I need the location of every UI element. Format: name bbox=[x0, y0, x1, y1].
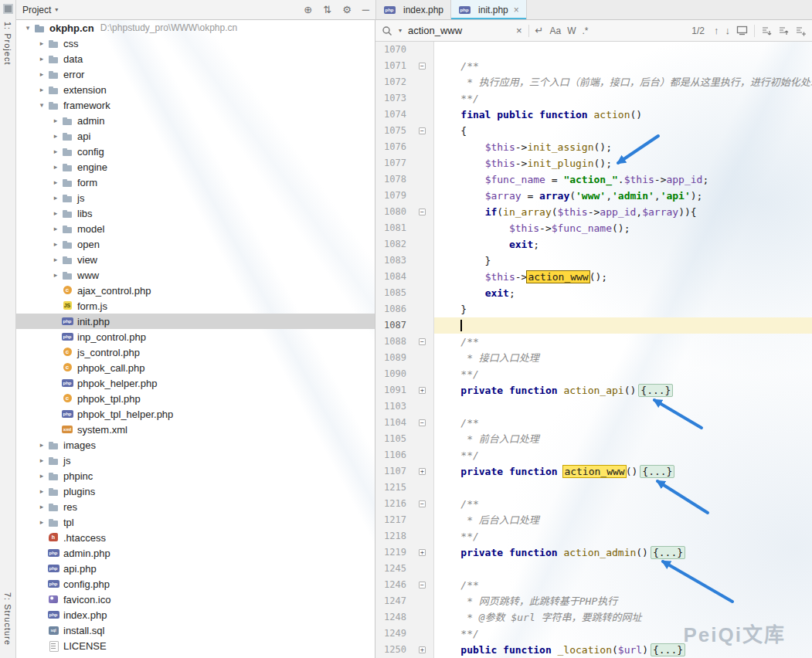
line-number[interactable]: 1090 bbox=[375, 366, 411, 382]
line-number[interactable]: 1217 bbox=[375, 512, 411, 528]
code-line-1078[interactable]: 1078 $func_name = "action_".$this->app_i… bbox=[375, 171, 812, 188]
chevron-right-icon[interactable]: ▸ bbox=[36, 518, 47, 526]
next-occurrence-icon[interactable]: ↓ bbox=[725, 25, 731, 36]
fold-open-icon[interactable]: − bbox=[411, 123, 434, 139]
code-text[interactable]: $this->init_plugin(); bbox=[434, 155, 812, 171]
fold-closed-icon[interactable]: + bbox=[411, 642, 434, 658]
tree-item-tpl[interactable]: ▸tpl bbox=[16, 514, 375, 530]
code-text[interactable]: /** bbox=[434, 58, 812, 74]
newline-icon[interactable]: ↵ bbox=[535, 25, 544, 36]
code-text[interactable] bbox=[434, 561, 812, 577]
code-line-1071[interactable]: 1071− /** bbox=[375, 58, 812, 74]
code-text[interactable] bbox=[434, 42, 812, 58]
chevron-right-icon[interactable]: ▸ bbox=[50, 271, 61, 279]
code-line-1085[interactable]: 1085 exit; bbox=[375, 285, 812, 301]
tree-item-images[interactable]: ▸images bbox=[16, 437, 375, 453]
code-line-1250[interactable]: 1250+ public function _location($url){..… bbox=[375, 642, 812, 658]
line-number[interactable]: 1072 bbox=[375, 74, 411, 90]
line-number[interactable]: 1082 bbox=[375, 236, 411, 253]
tree-item-admin[interactable]: ▸admin bbox=[16, 113, 375, 128]
search-history-chevron-icon[interactable]: ▾ bbox=[399, 27, 402, 34]
line-number[interactable]: 1088 bbox=[375, 334, 411, 350]
code-line-1084[interactable]: 1084 $this->action_www(); bbox=[375, 269, 812, 285]
chevron-right-icon[interactable]: ▸ bbox=[50, 163, 61, 171]
tree-item-phpok-helper.php[interactable]: phpphpok_helper.php bbox=[16, 375, 375, 391]
code-line-1217[interactable]: 1217 * 后台入口处理 bbox=[375, 512, 812, 528]
code-line-1079[interactable]: 1079 $array = array('www','admin','api')… bbox=[375, 188, 812, 204]
fold-open-icon[interactable]: − bbox=[411, 334, 434, 350]
line-number[interactable]: 1106 bbox=[375, 447, 411, 463]
code-text[interactable]: * 网页跳转，此跳转基于PHP执行 bbox=[434, 593, 812, 609]
code-line-1218[interactable]: 1218 **/ bbox=[375, 528, 812, 544]
tree-item-okphp.cn[interactable]: ▾okphp.cnD:\phpstudy_pro\WWW\okphp.cn bbox=[16, 20, 375, 36]
code-text[interactable]: $this->$func_name(); bbox=[434, 220, 812, 236]
tree-item-www[interactable]: ▸www bbox=[16, 267, 375, 283]
tree-item-index.php[interactable]: phpindex.php bbox=[16, 607, 375, 622]
chevron-right-icon[interactable]: ▸ bbox=[36, 55, 47, 63]
tree-item-js[interactable]: ▸js bbox=[16, 190, 375, 205]
tree-item-error[interactable]: ▸error bbox=[16, 66, 375, 82]
tree-item-open[interactable]: ▸open bbox=[16, 236, 375, 252]
line-number[interactable]: 1245 bbox=[375, 561, 411, 577]
code-text[interactable]: final public function action() bbox=[434, 107, 812, 123]
chevron-right-icon[interactable]: ▸ bbox=[50, 225, 61, 232]
tree-item-system.xml[interactable]: xmlsystem.xml bbox=[16, 422, 375, 437]
code-text[interactable]: $func_name = "action_".$this->app_id; bbox=[434, 171, 812, 188]
code-line-1077[interactable]: 1077 $this->init_plugin(); bbox=[375, 155, 812, 171]
project-header-title[interactable]: Project bbox=[22, 5, 51, 15]
find-in-selection-icon[interactable] bbox=[736, 25, 748, 36]
code-text[interactable]: if(in_array($this->app_id,$array)){ bbox=[434, 204, 812, 220]
tree-item-ajax-control.php[interactable]: cajax_control.php bbox=[16, 283, 375, 298]
code-text[interactable]: $this->init_assign(); bbox=[434, 139, 812, 155]
hide-tool-window-icon[interactable]: ─ bbox=[362, 4, 369, 15]
tree-item-init.php[interactable]: phpinit.php bbox=[16, 314, 375, 329]
code-line-1104[interactable]: 1104− /** bbox=[375, 415, 812, 431]
tree-item-engine[interactable]: ▸engine bbox=[16, 159, 375, 175]
tree-item-inp-control.php[interactable]: phpinp_control.php bbox=[16, 329, 375, 344]
chevron-down-icon[interactable]: ▾ bbox=[55, 6, 58, 13]
code-line-1070[interactable]: 1070 bbox=[375, 42, 812, 58]
tree-item-.htaccess[interactable]: h.htaccess bbox=[16, 530, 375, 545]
code-line-1245[interactable]: 1245 bbox=[375, 561, 812, 577]
chevron-right-icon[interactable]: ▸ bbox=[50, 148, 61, 155]
remove-occurrence-icon[interactable] bbox=[778, 25, 789, 36]
code-line-1089[interactable]: 1089 * 接口入口处理 bbox=[375, 350, 812, 366]
code-editor[interactable]: 10701071− /**1072 * 执行应用，三个入口（前端，接口，后台）都… bbox=[375, 42, 812, 658]
code-text[interactable]: /** bbox=[434, 334, 812, 350]
code-text[interactable]: /** bbox=[434, 496, 812, 512]
tree-item-view[interactable]: ▸view bbox=[16, 252, 375, 267]
code-text[interactable]: private function action_www(){...} bbox=[434, 463, 812, 480]
line-number[interactable]: 1249 bbox=[375, 626, 411, 642]
tree-item-install.sql[interactable]: sqlinstall.sql bbox=[16, 622, 375, 638]
add-occurrence-icon[interactable] bbox=[761, 25, 772, 36]
line-number[interactable]: 1219 bbox=[375, 544, 411, 561]
select-all-occurrences-icon[interactable] bbox=[795, 25, 806, 36]
code-line-1088[interactable]: 1088− /** bbox=[375, 334, 812, 350]
tree-item-license[interactable]: LICENSE bbox=[16, 638, 375, 653]
words-toggle[interactable]: W bbox=[567, 25, 576, 36]
line-number[interactable]: 1083 bbox=[375, 253, 411, 269]
code-line-1215[interactable]: 1215 bbox=[375, 480, 812, 496]
tree-item-libs[interactable]: ▸libs bbox=[16, 205, 375, 221]
regex-toggle[interactable]: .* bbox=[583, 25, 589, 36]
fold-closed-icon[interactable]: + bbox=[411, 463, 434, 480]
tree-item-api[interactable]: ▸api bbox=[16, 128, 375, 144]
tree-item-form.js[interactable]: JSform.js bbox=[16, 298, 375, 314]
code-text[interactable]: **/ bbox=[434, 626, 812, 642]
chevron-right-icon[interactable]: ▸ bbox=[36, 503, 47, 510]
tree-item-phpinc[interactable]: ▸phpinc bbox=[16, 468, 375, 483]
code-line-1246[interactable]: 1246− /** bbox=[375, 577, 812, 593]
locate-file-icon[interactable]: ⊕ bbox=[304, 4, 312, 15]
tab-index-php[interactable]: php index.php bbox=[376, 0, 451, 19]
code-line-1076[interactable]: 1076 $this->init_assign(); bbox=[375, 139, 812, 155]
chevron-right-icon[interactable]: ▸ bbox=[50, 256, 61, 263]
line-number[interactable]: 1089 bbox=[375, 350, 411, 366]
code-text[interactable]: * 接口入口处理 bbox=[434, 350, 812, 366]
line-number[interactable]: 1105 bbox=[375, 431, 411, 447]
chevron-right-icon[interactable]: ▸ bbox=[36, 39, 47, 47]
code-text[interactable]: /** bbox=[434, 415, 812, 431]
line-number[interactable]: 1086 bbox=[375, 301, 411, 317]
line-number[interactable]: 1079 bbox=[375, 188, 411, 204]
code-line-1075[interactable]: 1075− { bbox=[375, 123, 812, 139]
line-number[interactable]: 1074 bbox=[375, 107, 411, 123]
